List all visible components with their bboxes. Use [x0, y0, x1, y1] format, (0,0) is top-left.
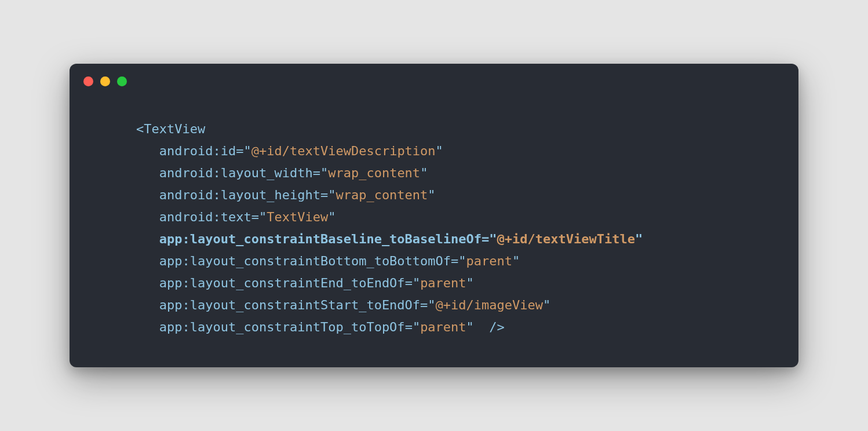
attr-namespace: android: [159, 210, 213, 224]
attr-value: wrap_content: [335, 188, 428, 202]
quote-close: ": [512, 254, 520, 268]
xml-open-tag: <TextView: [136, 122, 205, 136]
attr-value: parent: [466, 254, 512, 268]
attr-name: layout_constraintEnd_toEndOf: [190, 276, 405, 290]
equals: =: [405, 276, 413, 290]
attr-namespace: android: [159, 188, 213, 202]
equals: =: [236, 144, 243, 158]
attr-namespace: app: [159, 298, 183, 312]
attr-namespace: android: [159, 144, 213, 158]
equals: =: [320, 188, 328, 202]
equals: =: [420, 298, 428, 312]
quote-close: ": [428, 188, 435, 202]
colon: :: [213, 144, 220, 158]
attr-value: @+id/textViewTitle: [497, 232, 635, 246]
attr-name: layout_width: [221, 166, 313, 180]
attr-namespace: app: [159, 254, 183, 268]
colon: :: [183, 254, 190, 268]
quote-close: ": [543, 298, 550, 312]
colon: :: [183, 276, 190, 290]
attr-value: parent: [420, 276, 466, 290]
colon: :: [213, 188, 220, 202]
minimize-icon[interactable]: [100, 76, 110, 86]
attr-namespace: app: [159, 276, 183, 290]
quote-close: ": [635, 232, 643, 246]
equals: =: [405, 320, 413, 334]
attr-name: layout_constraintBottom_toBottomOf: [190, 254, 451, 268]
window-titlebar: [70, 64, 798, 86]
quote-close: ": [466, 276, 474, 290]
quote-open: ": [328, 188, 335, 202]
quote-close: ": [328, 210, 335, 224]
quote-close: ": [420, 166, 428, 180]
close-icon[interactable]: [83, 76, 93, 86]
quote-open: ": [243, 144, 251, 158]
quote-open: ": [320, 166, 328, 180]
quote-open: ": [413, 320, 420, 334]
quote-open: ": [458, 254, 466, 268]
attr-value: @+id/textViewDescription: [251, 144, 436, 158]
xml-close-tag: />: [489, 320, 505, 334]
quote-open: ": [259, 210, 267, 224]
attr-name: id: [221, 144, 236, 158]
attr-value: parent: [420, 320, 466, 334]
colon: :: [213, 166, 220, 180]
quote-open: ": [428, 298, 435, 312]
attr-name: layout_constraintBaseline_toBaselineOf: [190, 232, 482, 246]
equals: =: [313, 166, 320, 180]
maximize-icon[interactable]: [117, 76, 127, 86]
code-block: <TextView android:id="@+id/textViewDescr…: [70, 86, 798, 344]
attr-value: TextView: [267, 210, 328, 224]
attr-name: layout_height: [221, 188, 320, 202]
attr-name: layout_constraintTop_toTopOf: [190, 320, 405, 334]
equals: =: [451, 254, 458, 268]
quote-open: ": [489, 232, 497, 246]
attr-name: layout_constraintStart_toEndOf: [190, 298, 420, 312]
attr-value: @+id/imageView: [436, 298, 543, 312]
colon: :: [183, 298, 190, 312]
code-window: <TextView android:id="@+id/textViewDescr…: [70, 64, 798, 367]
attr-namespace: app: [159, 320, 183, 334]
quote-close: ": [466, 320, 474, 334]
colon: :: [213, 210, 220, 224]
colon: :: [183, 232, 190, 246]
colon: :: [183, 320, 190, 334]
attr-name: text: [221, 210, 251, 224]
attr-namespace: android: [159, 166, 213, 180]
equals: =: [482, 232, 489, 246]
attr-namespace: app: [159, 232, 183, 246]
quote-open: ": [413, 276, 420, 290]
quote-close: ": [436, 144, 443, 158]
attr-value: wrap_content: [328, 166, 420, 180]
equals: =: [251, 210, 259, 224]
